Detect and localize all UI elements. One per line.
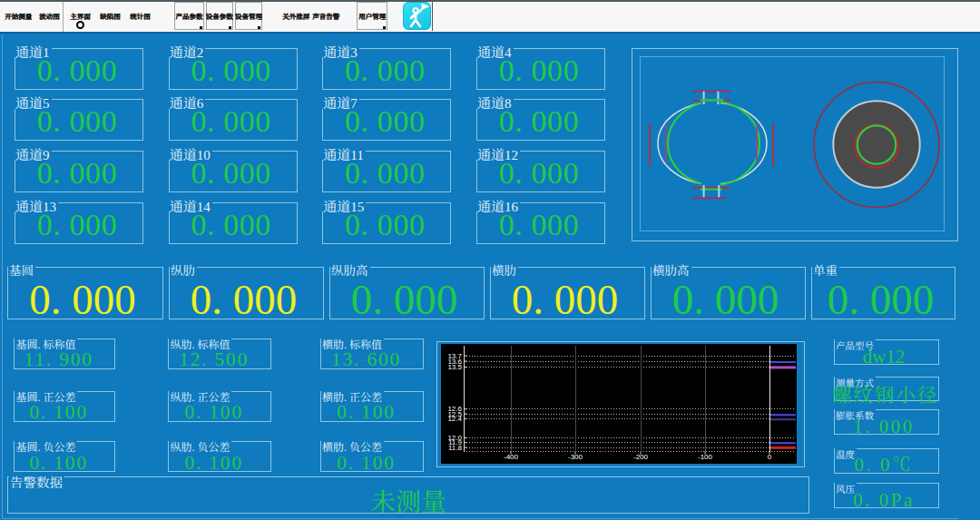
svg-text:-200: -200 [633, 453, 649, 461]
svg-text:11.8: 11.8 [448, 444, 463, 452]
svg-text:-100: -100 [698, 453, 713, 461]
svg-text:12.4: 12.4 [447, 415, 462, 423]
svg-text:-400: -400 [504, 453, 519, 461]
svg-text:-300: -300 [568, 453, 583, 461]
svg-text:13.5: 13.5 [447, 363, 462, 371]
svg-text:0: 0 [768, 453, 772, 461]
